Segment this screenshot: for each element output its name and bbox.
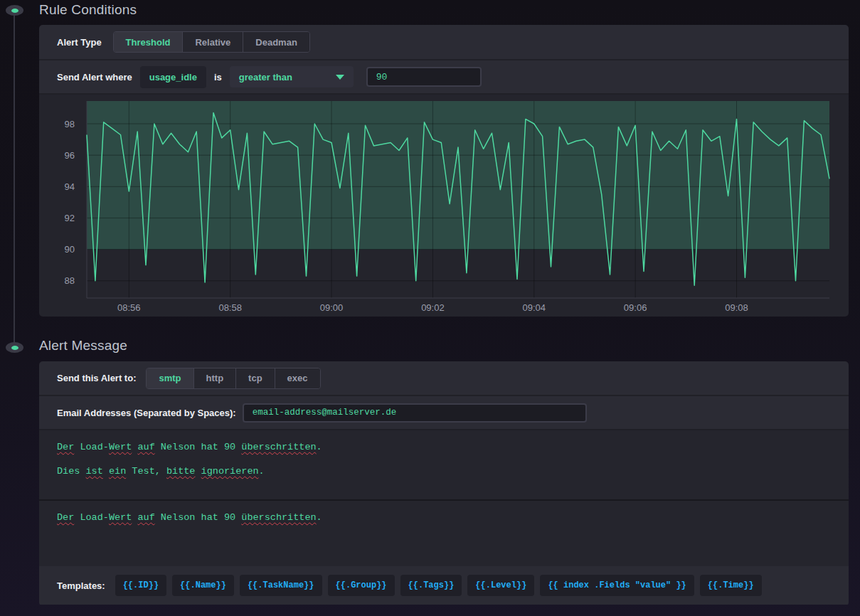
threshold-value-input[interactable] xyxy=(366,67,482,87)
alert-type-row: Alert Type ThresholdRelativeDeadman xyxy=(39,25,849,59)
y-tick-label: 92 xyxy=(65,213,75,223)
send-to-row: Send this Alert to: smtphttptcpexec xyxy=(39,361,849,395)
templates-row: Templates: {{.ID}}{{.Name}}{{.TaskName}}… xyxy=(39,566,849,605)
template-chip[interactable]: {{.Tags}} xyxy=(400,575,462,596)
x-tick-label: 08:56 xyxy=(117,302,141,313)
timeline-connector xyxy=(14,10,15,347)
tab-exec[interactable]: exec xyxy=(275,368,320,388)
x-tick-label: 09:02 xyxy=(421,302,445,313)
email-addresses-input[interactable] xyxy=(243,403,587,423)
endpoint-tabs: smtphttptcpexec xyxy=(146,368,320,389)
templates-label: Templates: xyxy=(57,580,105,591)
tab-relative[interactable]: Relative xyxy=(183,32,243,52)
template-chip[interactable]: {{.Level}} xyxy=(467,575,534,596)
template-chip[interactable]: {{.Time}} xyxy=(700,575,762,596)
misspelled-word: überschritten xyxy=(241,442,316,452)
misspelled-word: Der xyxy=(57,512,74,523)
tab-http[interactable]: http xyxy=(194,368,237,388)
y-tick-label: 90 xyxy=(65,244,75,255)
threshold-shade-region xyxy=(87,101,829,250)
misspelled-word: bitte xyxy=(166,466,196,477)
field-chip[interactable]: usage_idle xyxy=(140,66,206,88)
misspelled-word: auf xyxy=(137,442,154,452)
chevron-down-icon xyxy=(336,75,344,80)
email-addresses-label: Email Addresses (Separated by Spaces): xyxy=(57,408,236,418)
email-row: Email Addresses (Separated by Spaces): xyxy=(39,396,849,429)
condition-row: Send Alert where usage_idle is greater t… xyxy=(39,60,849,93)
message-preview: Der Load-Wert auf Nelson hat 90 überschr… xyxy=(39,501,849,566)
x-tick-label: 09:04 xyxy=(522,302,546,313)
y-tick-label: 88 xyxy=(65,275,75,286)
timeline-dot-icon xyxy=(11,346,18,350)
template-chips: {{.ID}}{{.Name}}{{.TaskName}}{{.Group}}{… xyxy=(105,575,762,596)
y-tick-label: 98 xyxy=(65,119,75,129)
tab-deadman[interactable]: Deadman xyxy=(243,32,309,52)
rule-conditions-title: Rule Conditions xyxy=(39,2,137,18)
tab-threshold[interactable]: Threshold xyxy=(114,32,184,52)
message-textarea[interactable]: Der Load-Wert auf Nelson hat 90 überschr… xyxy=(39,430,849,499)
operator-dropdown-value: greater than xyxy=(239,72,292,83)
send-to-label: Send this Alert to: xyxy=(57,373,136,383)
timeline-dot-icon xyxy=(11,9,18,13)
chart-section: 88909294969808:5608:5809:0009:0209:0409:… xyxy=(39,95,849,317)
operator-dropdown[interactable]: greater than xyxy=(230,66,354,87)
misspelled-word: überschritten xyxy=(241,512,316,523)
x-tick-label: 09:06 xyxy=(624,302,647,313)
template-chip[interactable]: {{.TaskName}} xyxy=(240,575,322,596)
template-chip[interactable]: {{ index .Fields "value" }} xyxy=(540,575,694,596)
y-tick-label: 96 xyxy=(65,150,75,161)
misspelled-word: ignorieren xyxy=(201,466,259,477)
timeline-node-message xyxy=(6,342,23,353)
template-chip[interactable]: {{.ID}} xyxy=(115,575,166,596)
misspelled-word: Wert xyxy=(109,512,132,523)
y-tick-label: 94 xyxy=(65,181,75,192)
alert-type-tabs: ThresholdRelativeDeadman xyxy=(113,31,310,53)
rule-conditions-panel: Alert Type ThresholdRelativeDeadman Send… xyxy=(39,25,849,317)
misspelled-word: ein xyxy=(109,466,126,477)
is-label: is xyxy=(214,72,222,83)
misspelled-word: Der xyxy=(57,442,74,452)
alert-message-panel: Send this Alert to: smtphttptcpexec Emai… xyxy=(39,361,849,606)
tab-smtp[interactable]: smtp xyxy=(147,368,193,388)
template-chip[interactable]: {{.Name}} xyxy=(172,575,234,596)
x-tick-label: 08:58 xyxy=(218,302,242,313)
threshold-chart[interactable]: 88909294969808:5608:5809:0009:0209:0409:… xyxy=(39,95,849,317)
tab-tcp[interactable]: tcp xyxy=(236,368,275,388)
misspelled-word: auf xyxy=(137,512,154,523)
misspelled-word: Wert xyxy=(109,442,132,452)
timeline-node-rule xyxy=(6,5,23,16)
template-chip[interactable]: {{.Group}} xyxy=(328,575,395,596)
send-alert-where-label: Send Alert where xyxy=(57,72,132,83)
x-tick-label: 09:08 xyxy=(725,302,748,313)
x-tick-label: 09:00 xyxy=(320,302,344,313)
misspelled-word: ist xyxy=(86,466,103,477)
alert-type-label: Alert Type xyxy=(57,37,102,48)
alert-message-title: Alert Message xyxy=(39,338,127,354)
